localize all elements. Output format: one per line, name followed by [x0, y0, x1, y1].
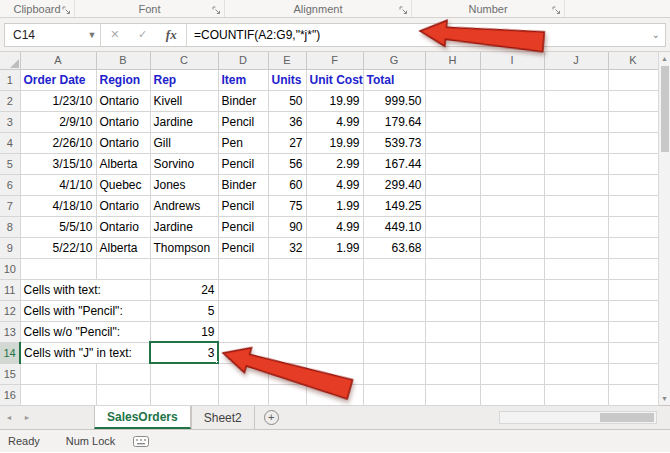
cell-G2[interactable]: 999.50 [363, 90, 425, 111]
row-header-6[interactable]: 6 [0, 174, 20, 195]
cell-H12[interactable] [425, 300, 480, 321]
cell-E1[interactable]: Units [268, 69, 306, 90]
cell-I16[interactable] [480, 384, 544, 405]
cell-I5[interactable] [480, 153, 544, 174]
column-header-E[interactable]: E [268, 52, 306, 69]
name-box[interactable]: C14 ▼ [5, 24, 101, 46]
cell-H10[interactable] [425, 258, 480, 279]
cell-G3[interactable]: 179.64 [363, 111, 425, 132]
cell-H2[interactable] [425, 90, 480, 111]
cell-A1[interactable]: Order Date [20, 69, 96, 90]
cell-K6[interactable] [608, 174, 658, 195]
cell-C3[interactable]: Jardine [150, 111, 218, 132]
cell-E12[interactable] [268, 300, 306, 321]
cell-D16[interactable] [218, 384, 268, 405]
cell-C4[interactable]: Gill [150, 132, 218, 153]
name-box-dropdown-icon[interactable]: ▼ [84, 30, 100, 40]
cell-G6[interactable]: 299.40 [363, 174, 425, 195]
cell-D9[interactable]: Pencil [218, 237, 268, 258]
insert-function-button[interactable]: fx [166, 27, 177, 43]
cell-H6[interactable] [425, 174, 480, 195]
cell-A15[interactable] [20, 363, 96, 384]
scroll-down-icon[interactable]: ▼ [661, 392, 668, 405]
cell-H16[interactable] [425, 384, 480, 405]
cell-C12[interactable]: 5 [150, 300, 218, 321]
tab-nav-left-icon[interactable]: ◄ [0, 406, 18, 429]
row-header-11[interactable]: 11 [0, 279, 20, 300]
column-header-G[interactable]: G [363, 52, 425, 69]
cell-J9[interactable] [544, 237, 608, 258]
cell-K11[interactable] [608, 279, 658, 300]
cell-D4[interactable]: Pen [218, 132, 268, 153]
cell-H11[interactable] [425, 279, 480, 300]
cell-H3[interactable] [425, 111, 480, 132]
cell-D10[interactable] [218, 258, 268, 279]
tab-salesorders[interactable]: SalesOrders [94, 406, 191, 429]
cell-B4[interactable]: Ontario [96, 132, 150, 153]
cell-F4[interactable]: 19.99 [306, 132, 363, 153]
column-header-J[interactable]: J [544, 52, 608, 69]
cell-I13[interactable] [480, 321, 544, 342]
cell-E2[interactable]: 50 [268, 90, 306, 111]
row-header-3[interactable]: 3 [0, 111, 20, 132]
cell-B10[interactable] [96, 258, 150, 279]
cell-I4[interactable] [480, 132, 544, 153]
cell-A12[interactable]: Cells with "Pencil": [20, 300, 150, 321]
cell-K3[interactable] [608, 111, 658, 132]
cell-I14[interactable] [480, 342, 544, 363]
formula-input[interactable]: =COUNTIF(A2:G9,"*j*") ⌄ [187, 24, 665, 46]
cell-F3[interactable]: 4.99 [306, 111, 363, 132]
column-header-C[interactable]: C [150, 52, 218, 69]
cell-F8[interactable]: 4.99 [306, 216, 363, 237]
cell-I15[interactable] [480, 363, 544, 384]
cell-I2[interactable] [480, 90, 544, 111]
cell-B5[interactable]: Alberta [96, 153, 150, 174]
cell-J12[interactable] [544, 300, 608, 321]
cell-I7[interactable] [480, 195, 544, 216]
cell-A6[interactable]: 4/1/10 [20, 174, 96, 195]
cell-F13[interactable] [306, 321, 363, 342]
horizontal-scrollbar[interactable] [499, 411, 657, 424]
dialog-launcher-icon[interactable] [399, 6, 408, 15]
cell-G1[interactable]: Total [363, 69, 425, 90]
cell-B1[interactable]: Region [96, 69, 150, 90]
cell-J5[interactable] [544, 153, 608, 174]
dialog-launcher-icon[interactable] [62, 6, 71, 15]
cell-C2[interactable]: Kivell [150, 90, 218, 111]
row-header-4[interactable]: 4 [0, 132, 20, 153]
cell-E15[interactable] [268, 363, 306, 384]
cell-C11[interactable]: 24 [150, 279, 218, 300]
cell-A14[interactable]: Cells with "J" in text: [20, 342, 150, 363]
cell-F5[interactable]: 2.99 [306, 153, 363, 174]
cell-E7[interactable]: 75 [268, 195, 306, 216]
cell-C13[interactable]: 19 [150, 321, 218, 342]
cell-D15[interactable] [218, 363, 268, 384]
cell-E3[interactable]: 36 [268, 111, 306, 132]
cell-J11[interactable] [544, 279, 608, 300]
cell-F16[interactable] [306, 384, 363, 405]
column-header-K[interactable]: K [608, 52, 658, 69]
cell-K15[interactable] [608, 363, 658, 384]
cell-I10[interactable] [480, 258, 544, 279]
cell-G12[interactable] [363, 300, 425, 321]
cell-C10[interactable] [150, 258, 218, 279]
column-header-H[interactable]: H [425, 52, 480, 69]
cell-C1[interactable]: Rep [150, 69, 218, 90]
cell-K12[interactable] [608, 300, 658, 321]
vertical-scroll-thumb[interactable] [661, 66, 669, 152]
cell-K4[interactable] [608, 132, 658, 153]
cell-A9[interactable]: 5/22/10 [20, 237, 96, 258]
cell-J3[interactable] [544, 111, 608, 132]
cell-I3[interactable] [480, 111, 544, 132]
row-header-8[interactable]: 8 [0, 216, 20, 237]
cell-G15[interactable] [363, 363, 425, 384]
cell-D11[interactable] [218, 279, 268, 300]
cell-F1[interactable]: Unit Cost [306, 69, 363, 90]
cell-G7[interactable]: 149.25 [363, 195, 425, 216]
cell-F9[interactable]: 1.99 [306, 237, 363, 258]
cell-H1[interactable] [425, 69, 480, 90]
cell-G14[interactable] [363, 342, 425, 363]
cell-A13[interactable]: Cells w/o "Pencil": [20, 321, 150, 342]
cell-G13[interactable] [363, 321, 425, 342]
column-header-D[interactable]: D [218, 52, 268, 69]
